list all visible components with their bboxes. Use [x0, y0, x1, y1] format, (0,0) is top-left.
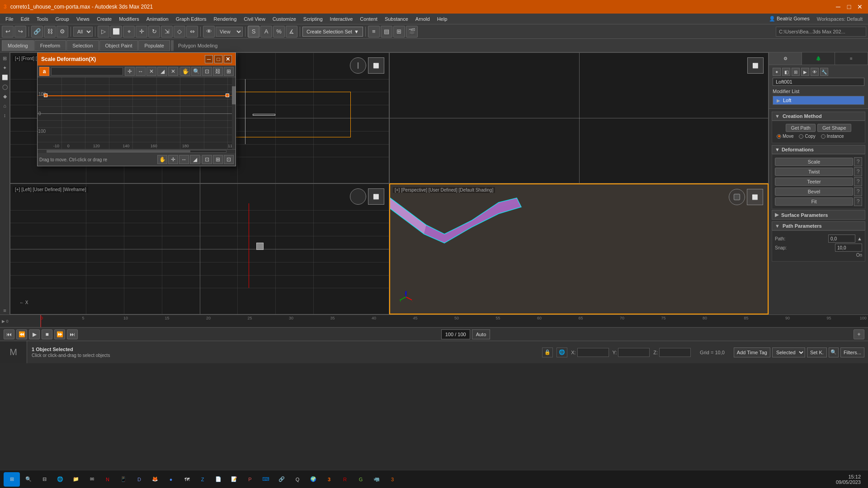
scale-dialog-titlebar[interactable]: Scale Deformation(X) ─ □ ✕: [38, 53, 236, 66]
menu-modifiers[interactable]: Modifiers: [115, 15, 143, 23]
auto-key-button[interactable]: Auto: [472, 329, 491, 339]
ribbon-btn[interactable]: ▤: [381, 26, 392, 38]
path-arrow-up[interactable]: ▲: [857, 236, 862, 241]
add-time-tag-btn[interactable]: Add Time Tag: [734, 347, 770, 357]
left-panel-icon-1[interactable]: ✦: [1, 64, 9, 72]
modifier-loft[interactable]: ▶ Loft: [773, 96, 864, 104]
scale-button[interactable]: ⇲: [161, 26, 173, 38]
scale-dialog-maximize[interactable]: □: [214, 55, 222, 63]
prev-frame-button[interactable]: ⏪: [16, 329, 27, 339]
tools-btn[interactable]: ◇: [174, 26, 185, 38]
close-button[interactable]: ✕: [855, 2, 864, 11]
path-parameters-header[interactable]: ▼ Path Parameters: [772, 221, 865, 230]
menu-scripting[interactable]: Scripting: [300, 15, 326, 23]
menu-arnold[interactable]: Arnold: [412, 15, 434, 23]
get-path-button[interactable]: Get Path: [786, 124, 815, 132]
taskbar-notepad[interactable]: 📝: [227, 472, 241, 487]
create-selection-set-button[interactable]: Create Selection Set▼: [302, 27, 363, 37]
taskbar-grasshopper[interactable]: G: [354, 472, 368, 487]
layers-btn[interactable]: ≡: [368, 26, 380, 38]
rp-modify-icon[interactable]: ◧: [782, 68, 790, 76]
scale-sync-btn[interactable]: ⊞: [224, 67, 234, 76]
menu-graph-editors[interactable]: Graph Editors: [172, 15, 210, 23]
get-shape-button[interactable]: Get Shape: [817, 124, 851, 132]
menu-content[interactable]: Content: [356, 15, 381, 23]
perspective-compass[interactable]: [729, 189, 745, 205]
taskbar-taskview[interactable]: ⊟: [37, 472, 52, 487]
scale-point-left[interactable]: [44, 94, 47, 97]
next-frame-button[interactable]: ⏩: [54, 329, 65, 339]
left-panel-icon-4[interactable]: ◆: [1, 92, 9, 100]
taskbar-start[interactable]: ⊞: [4, 472, 20, 487]
snap-value-input[interactable]: [835, 244, 862, 252]
scale-corner-btn[interactable]: ◢: [157, 67, 167, 76]
left-panel-icon-5[interactable]: ⌂: [1, 102, 9, 110]
bevel-q-button[interactable]: ?: [854, 187, 862, 196]
scale-bottom-scrollbar[interactable]: [38, 150, 236, 153]
fit-q-button[interactable]: ?: [854, 197, 862, 206]
rp-tab-layers[interactable]: ≡: [835, 52, 868, 65]
taskbar-revit[interactable]: R: [338, 472, 352, 487]
stop-button[interactable]: ■: [42, 329, 52, 339]
select-lasso-button[interactable]: ⌖: [123, 26, 135, 38]
menu-substance[interactable]: Substance: [381, 15, 412, 23]
surface-parameters-header[interactable]: ▶ Surface Parameters: [772, 210, 865, 220]
menu-edit[interactable]: Edit: [17, 15, 33, 23]
render-setup-btn[interactable]: 🎬: [406, 26, 418, 38]
tab-freeform[interactable]: Freeform: [34, 40, 66, 51]
bevel-deform-button[interactable]: Bevel: [775, 188, 853, 196]
taskbar-3dsmax[interactable]: 3: [322, 472, 336, 487]
scale-lock-x-button[interactable]: a: [39, 67, 49, 76]
rotate-button[interactable]: ↻: [148, 26, 160, 38]
taskbar-3dsmax2[interactable]: 3: [385, 472, 400, 487]
perspective-cube-icon[interactable]: ⬜: [747, 189, 763, 205]
snap-toggle[interactable]: S: [248, 26, 259, 38]
rp-utilities-icon[interactable]: 🔧: [820, 68, 828, 76]
set-key-button[interactable]: Set K.: [807, 347, 827, 357]
scale-hand-btn[interactable]: ✋: [157, 155, 167, 164]
viewport-top-right[interactable]: ⬜: [389, 52, 769, 183]
y-input[interactable]: [618, 348, 650, 357]
mirror-button[interactable]: ⇔: [186, 26, 198, 38]
taskbar-vscode[interactable]: ⌨: [259, 472, 273, 487]
scale-move2-btn[interactable]: ✛: [168, 155, 178, 164]
tab-populate[interactable]: Populate: [138, 40, 170, 51]
scale-add-btn[interactable]: ✕: [146, 67, 156, 76]
select-region-button[interactable]: ⬜: [110, 26, 122, 38]
scale-corner2-btn[interactable]: ◢: [190, 155, 200, 164]
left-panel-icon-bottom[interactable]: ≡: [1, 306, 9, 314]
taskbar-chrome[interactable]: ●: [164, 472, 178, 487]
scale-scale2-btn[interactable]: ↔: [179, 155, 189, 164]
fit-deform-button[interactable]: Fit: [775, 197, 853, 206]
radio-copy[interactable]: Copy: [799, 134, 815, 139]
scale-bottom-thumb[interactable]: [47, 150, 190, 152]
add-time-tag-button[interactable]: +: [854, 329, 864, 339]
taskbar-explorer[interactable]: 📁: [69, 472, 83, 487]
taskbar-files[interactable]: 📄: [211, 472, 226, 487]
undo-button[interactable]: ↩: [2, 26, 14, 38]
front-cube-icon[interactable]: ⬜: [368, 57, 384, 74]
link-button[interactable]: 🔗: [31, 26, 43, 38]
tab-object-paint[interactable]: Object Paint: [99, 40, 138, 51]
scale-scale-btn[interactable]: ↔: [136, 67, 146, 76]
scale-deform-button[interactable]: Scale: [775, 158, 853, 166]
left-panel-icon-3[interactable]: ◯: [1, 83, 9, 91]
teeter-q-button[interactable]: ?: [854, 177, 862, 186]
menu-create[interactable]: Create: [93, 15, 115, 23]
angle-snap[interactable]: A: [260, 26, 272, 38]
rp-tab-command[interactable]: ⚙: [769, 52, 802, 65]
select-filter-dropdown[interactable]: All: [73, 27, 93, 37]
filters-button[interactable]: Filters...: [840, 347, 864, 357]
grid-btn[interactable]: ⊞: [393, 26, 405, 38]
spinner-snap[interactable]: ∡: [286, 26, 297, 38]
left-cube-icon[interactable]: ⬜: [368, 188, 384, 205]
view-dropdown[interactable]: View: [216, 27, 243, 37]
menu-animation[interactable]: Animation: [143, 15, 172, 23]
scale-dialog-minimize[interactable]: ─: [205, 55, 213, 63]
go-start-button[interactable]: ⏮: [4, 329, 14, 339]
taskbar-powerpoint[interactable]: P: [243, 472, 257, 487]
front-compass[interactable]: [350, 57, 366, 74]
taskbar-search[interactable]: 🔍: [21, 472, 36, 487]
scale-fit-btn[interactable]: ⊡: [202, 67, 212, 76]
scale-deformation-graph[interactable]: 100 0 -100 -10 0 120 140 160 180 110: [38, 77, 236, 150]
